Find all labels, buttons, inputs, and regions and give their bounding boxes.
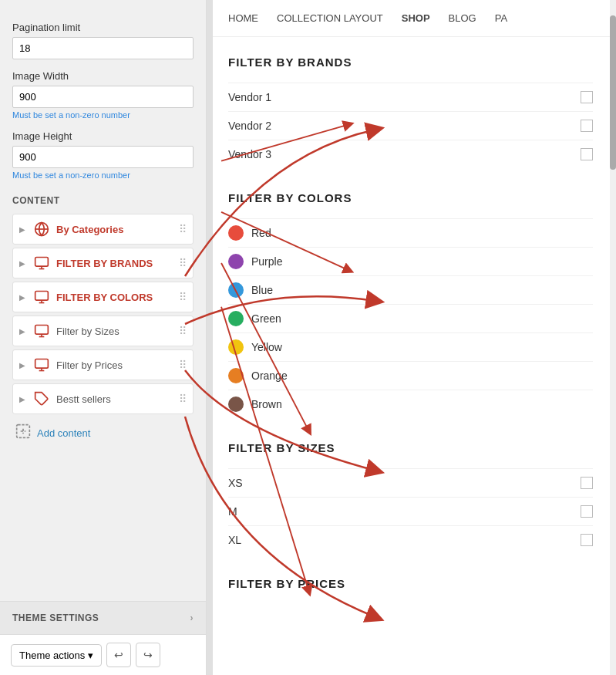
main-content: FILTER BY BRANDS Vendor 1 Vendor 2 Vendo… <box>213 37 616 675</box>
m-label: M <box>228 505 237 518</box>
nav-blog[interactable]: BLOG <box>449 2 476 35</box>
xl-label: XL <box>228 534 241 546</box>
vendor-1-label: Vendor 1 <box>228 91 271 103</box>
svg-rect-8 <box>35 326 49 335</box>
xl-checkbox[interactable] <box>581 534 593 546</box>
xs-item: XS <box>228 468 593 497</box>
color-brown-item: Brown <box>228 390 593 418</box>
drag-handle[interactable]: ⠿ <box>179 359 187 371</box>
arrow-icon: ▶ <box>19 327 27 336</box>
color-green-item: Green <box>228 304 593 332</box>
by-categories-label: By Categories <box>56 224 179 235</box>
image-height-input[interactable] <box>12 146 194 168</box>
arrow-icon: ▶ <box>19 259 27 268</box>
filter-by-brands-section: FILTER BY BRANDS Vendor 1 Vendor 2 Vendo… <box>228 56 593 168</box>
filter-by-sizes-label: Filter by Sizes <box>56 326 179 337</box>
redo-button[interactable]: ↪ <box>136 643 160 667</box>
image-width-input[interactable] <box>12 86 194 108</box>
image-height-hint: Must be set a non-zero number <box>12 170 194 180</box>
xs-checkbox[interactable] <box>581 477 593 489</box>
drag-handle[interactable]: ⠿ <box>179 223 187 235</box>
prices-icon <box>33 356 50 373</box>
svg-rect-2 <box>35 258 49 267</box>
chevron-right-icon: › <box>190 613 194 623</box>
green-dot <box>228 311 244 326</box>
filter-prices-title: FILTER BY PRICES <box>228 577 593 590</box>
yellow-label: Yellow <box>251 341 282 353</box>
color-red-item: Red <box>228 218 593 247</box>
arrow-icon: ▶ <box>19 361 27 370</box>
vendor-1-checkbox[interactable] <box>581 91 593 103</box>
filter-colors-title: FILTER BY COLORS <box>228 191 593 204</box>
svg-rect-11 <box>35 359 49 369</box>
nav-collection-layout[interactable]: COLLECTION LAYOUT <box>277 2 383 35</box>
filter-sizes-title: FILTER BY SIZES <box>228 441 593 454</box>
content-item-bestt-sellers[interactable]: ▶ Bestt sellers ⠿ <box>12 383 194 414</box>
content-item-filter-by-sizes[interactable]: ▶ Filter by Sizes ⠿ <box>12 316 194 346</box>
pagination-limit-input[interactable] <box>12 37 194 59</box>
red-label: Red <box>251 227 271 239</box>
drag-handle[interactable]: ⠿ <box>179 393 187 405</box>
scrollbar-thumb[interactable] <box>610 15 616 170</box>
theme-actions-button[interactable]: Theme actions ▾ <box>11 644 102 667</box>
purple-label: Purple <box>251 255 282 268</box>
arrow-icon: ▶ <box>19 225 27 234</box>
color-purple-item: Purple <box>228 247 593 275</box>
red-dot <box>228 225 244 241</box>
nav-home[interactable]: HOME <box>228 2 258 35</box>
undo-button[interactable]: ↩ <box>106 643 131 667</box>
tag-icon <box>33 390 50 407</box>
undo-icon: ↩ <box>114 649 123 661</box>
drag-handle[interactable]: ⠿ <box>179 291 187 303</box>
bottom-bar: Theme actions ▾ ↩ ↪ <box>0 634 206 675</box>
sizes-icon <box>33 322 50 339</box>
vendor-3-checkbox[interactable] <box>581 148 593 160</box>
filter-by-prices-label: Filter by Prices <box>56 359 179 371</box>
xl-item: XL <box>228 525 593 554</box>
redo-icon: ↪ <box>143 649 153 661</box>
drag-handle[interactable]: ⠿ <box>179 325 187 337</box>
filter-by-sizes-section: FILTER BY SIZES XS M XL <box>228 441 593 554</box>
vendor-1-item: Vendor 1 <box>228 83 593 111</box>
drag-handle[interactable]: ⠿ <box>179 257 187 269</box>
nav-shop[interactable]: SHOP <box>402 2 430 35</box>
bestt-sellers-label: Bestt sellers <box>56 393 179 405</box>
color-orange-item: Orange <box>228 361 593 390</box>
orange-label: Orange <box>251 370 288 382</box>
yellow-dot <box>228 339 244 355</box>
left-panel-scroll: Pagination limit Image Width Must be set… <box>0 0 206 601</box>
content-item-filter-by-prices[interactable]: ▶ Filter by Prices ⠿ <box>12 349 194 380</box>
blue-dot <box>228 282 244 298</box>
content-item-filter-by-colors[interactable]: ▶ FILTER BY COLORS ⠿ <box>12 282 194 312</box>
filter-by-colors-label: FILTER BY COLORS <box>56 292 179 303</box>
xs-label: XS <box>228 477 243 489</box>
theme-settings-row[interactable]: THEME SETTINGS › <box>0 601 206 634</box>
image-width-hint: Must be set a non-zero number <box>12 110 194 120</box>
colors-icon <box>33 289 50 305</box>
svg-rect-5 <box>35 292 49 301</box>
add-content-button[interactable]: Add content <box>12 417 194 449</box>
dropdown-icon: ▾ <box>88 650 93 661</box>
vendor-2-checkbox[interactable] <box>581 120 593 132</box>
right-panel: HOME COLLECTION LAYOUT SHOP BLOG PA FILT… <box>213 0 616 675</box>
content-item-by-categories[interactable]: ▶ By Categories ⠿ <box>12 214 194 245</box>
m-checkbox[interactable] <box>581 505 593 518</box>
vendor-2-item: Vendor 2 <box>228 111 593 140</box>
arrow-icon: ▶ <box>19 395 27 403</box>
content-item-filter-by-brands[interactable]: ▶ FILTER BY BRANDS ⠿ <box>12 248 194 278</box>
right-scrollbar[interactable] <box>610 0 616 675</box>
purple-dot <box>228 254 244 269</box>
brands-icon <box>33 255 50 272</box>
filter-by-prices-section: FILTER BY PRICES <box>228 577 593 590</box>
filter-by-colors-section: FILTER BY COLORS Red Purple Blue Green Y… <box>228 191 593 418</box>
nav-pa[interactable]: PA <box>495 2 507 35</box>
theme-settings-label: THEME SETTINGS <box>12 613 99 623</box>
add-icon <box>15 424 31 443</box>
categories-icon <box>33 221 50 238</box>
arrow-icon: ▶ <box>19 293 27 302</box>
left-panel: Pagination limit Image Width Must be set… <box>0 0 207 675</box>
orange-dot <box>228 368 244 383</box>
vendor-3-label: Vendor 3 <box>228 148 271 160</box>
filter-brands-title: FILTER BY BRANDS <box>228 56 593 69</box>
image-width-label: Image Width <box>12 70 194 82</box>
